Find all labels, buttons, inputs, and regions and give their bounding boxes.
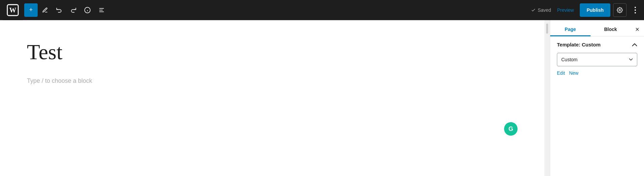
toolbar-right: Saved Preview Publish [531, 3, 641, 17]
pencil-icon [42, 7, 48, 13]
svg-point-9 [635, 7, 636, 8]
gear-icon [617, 7, 623, 13]
editor-scrollbar[interactable] [544, 20, 550, 176]
sidebar-content: Template: Custom Custom Default Template… [550, 36, 644, 86]
sidebar: Page Block × Template: Custom Custom Def… [550, 20, 644, 176]
template-collapse-button[interactable] [632, 43, 637, 46]
wp-logo-button[interactable]: W [3, 0, 23, 20]
saved-label: Saved [538, 7, 551, 13]
template-links: Edit New [557, 70, 637, 76]
toolbar-left: + [24, 3, 531, 17]
undo-icon [56, 7, 63, 13]
scroll-thumb [546, 24, 548, 34]
info-icon [84, 7, 91, 13]
redo-icon [70, 7, 77, 13]
undo-button[interactable] [52, 3, 66, 17]
preview-button[interactable]: Preview [554, 5, 577, 15]
chevron-up-icon [632, 43, 637, 46]
block-placeholder[interactable]: Type / to choose a block [27, 77, 518, 84]
edit-template-link[interactable]: Edit [557, 70, 565, 76]
template-select[interactable]: Custom Default Template Full Width Blank [557, 53, 637, 66]
template-header: Template: Custom [557, 42, 637, 47]
svg-point-11 [635, 12, 636, 13]
post-title[interactable]: Test [27, 40, 518, 64]
list-view-button[interactable] [95, 3, 108, 17]
template-section: Template: Custom Custom Default Template… [557, 42, 637, 76]
tab-block[interactable]: Block [591, 23, 631, 36]
saved-indicator: Saved [531, 7, 551, 13]
grammarly-button[interactable]: G [504, 122, 518, 136]
template-section-title: Template: Custom [557, 42, 601, 47]
close-sidebar-button[interactable]: × [631, 23, 644, 36]
toolbar: W + Saved Preview Publish [0, 0, 644, 20]
more-options-button[interactable] [629, 3, 641, 17]
edit-icon-button[interactable] [38, 3, 52, 17]
ellipsis-vertical-icon [635, 7, 636, 13]
editor-area[interactable]: Test Type / to choose a block G [0, 20, 544, 176]
settings-button[interactable] [613, 3, 627, 17]
add-block-button[interactable]: + [24, 3, 38, 17]
svg-point-10 [635, 9, 636, 11]
main-layout: Test Type / to choose a block G Page Blo… [0, 20, 644, 176]
svg-text:W: W [9, 6, 16, 14]
publish-button[interactable]: Publish [580, 3, 610, 17]
check-icon [531, 8, 536, 12]
redo-button[interactable] [67, 3, 80, 17]
list-view-icon [98, 7, 105, 13]
svg-point-8 [619, 9, 621, 11]
info-button[interactable] [81, 3, 94, 17]
wp-logo-icon: W [7, 4, 19, 16]
sidebar-tabs: Page Block × [550, 20, 644, 36]
tab-page[interactable]: Page [550, 23, 591, 36]
new-template-link[interactable]: New [569, 70, 578, 76]
